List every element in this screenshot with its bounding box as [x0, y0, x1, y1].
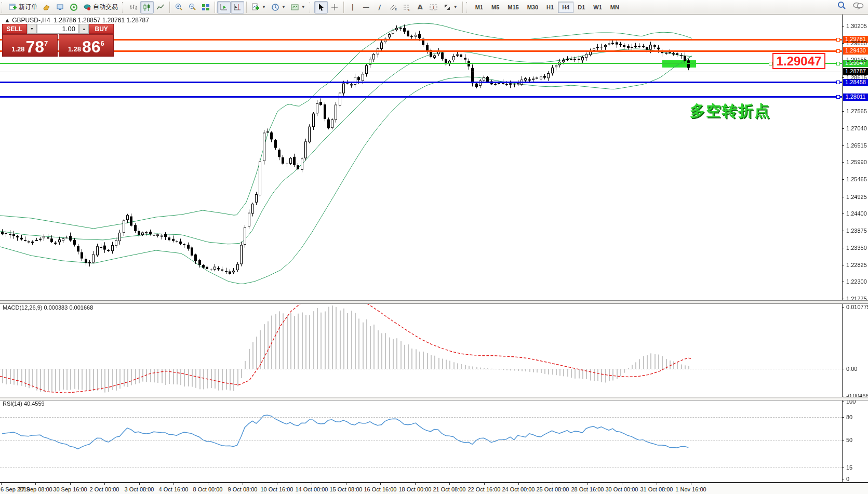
tf-H4[interactable]: H4 — [558, 2, 573, 13]
resistance-line-1.29430[interactable] — [0, 50, 842, 52]
templates-icon — [291, 3, 299, 11]
tf-W1[interactable]: W1 — [589, 2, 606, 13]
time-tick — [346, 483, 346, 485]
toolbar-grip[interactable] — [2, 2, 4, 12]
tf-H1[interactable]: H1 — [542, 2, 558, 13]
history-center-button[interactable] — [40, 1, 54, 14]
time-label: 28 Oct 16:00 — [568, 486, 607, 492]
tile-windows-button[interactable] — [199, 1, 212, 14]
high-value: 1.28857 — [78, 17, 100, 24]
vertical-line-button[interactable]: | — [346, 1, 359, 14]
auto-scroll-icon — [220, 3, 228, 11]
new-order-button[interactable]: 新订单 — [6, 1, 40, 14]
support-line-1.28011[interactable] — [0, 96, 842, 98]
zoom-out-button[interactable] — [185, 1, 199, 14]
price-chart-canvas[interactable] — [0, 15, 842, 300]
crosshair-button[interactable] — [328, 1, 341, 14]
volume-input[interactable]: 1.00 — [37, 24, 79, 34]
rsi-tick-label: 80 — [846, 414, 852, 420]
rsi-pane-divider[interactable] — [0, 397, 868, 400]
line-anchor-marker[interactable] — [836, 49, 840, 53]
cursor-button[interactable] — [314, 1, 328, 14]
tf-M1[interactable]: M1 — [471, 2, 487, 13]
zoom-in-button[interactable] — [172, 1, 185, 14]
macd-canvas[interactable] — [0, 303, 842, 398]
callout-anchor-marker[interactable] — [769, 62, 772, 65]
auto-trading-label: 自动交易 — [93, 3, 118, 11]
periods-button[interactable]: ▼ — [269, 1, 288, 14]
search-icon[interactable] — [837, 1, 846, 10]
auto-scroll-button[interactable] — [217, 1, 231, 14]
fibonacci-button[interactable]: F — [400, 1, 413, 14]
resistance-line-1.29781[interactable] — [0, 39, 842, 41]
sell-button[interactable]: SELL — [2, 24, 27, 34]
chart-window[interactable]: 1.297811.294301.290471.284581.280111.287… — [0, 15, 868, 494]
price-tick-label: 1.25990 — [846, 159, 867, 165]
price-tick-label: 1.26515 — [846, 142, 867, 149]
chat-icon[interactable] — [852, 2, 864, 10]
auto-trading-button[interactable]: 自动交易 — [81, 1, 121, 14]
price-tick-label: 1.27565 — [846, 108, 867, 114]
time-tick — [104, 483, 105, 485]
tf-D1[interactable]: D1 — [573, 2, 589, 13]
market-watch-button[interactable] — [54, 1, 67, 14]
time-label: 2 Oct 00:00 — [85, 486, 124, 492]
buy-price-pip: 6 — [101, 35, 104, 52]
equidistant-channel-button[interactable]: E — [386, 1, 400, 14]
chart-shift-button[interactable] — [231, 1, 244, 14]
price-tick-label: 1.28615 — [846, 74, 867, 81]
indicators-icon — [251, 3, 260, 11]
buy-price-prefix: 1.28 — [68, 44, 81, 55]
toolbar-grip[interactable] — [310, 2, 312, 12]
line-anchor-marker[interactable] — [836, 38, 840, 42]
bar-chart-button[interactable] — [127, 1, 140, 14]
toolbar-separator — [246, 2, 247, 13]
tf-M30[interactable]: M30 — [523, 2, 542, 13]
time-label: 21 Oct 08:00 — [430, 486, 469, 492]
support-line-1.28458[interactable] — [0, 82, 842, 83]
signals-button[interactable] — [67, 1, 81, 14]
arrows-button[interactable]: ▼ — [440, 1, 460, 14]
price-tick-label: 1.24925 — [846, 194, 867, 200]
time-tick — [657, 483, 657, 485]
indicators-button[interactable]: ▼ — [249, 1, 269, 14]
price-tick-label: 1.27040 — [846, 125, 867, 131]
price-level-badge: 1.29430 — [843, 47, 868, 55]
pivot-text-annotation[interactable]: 多空转折点 — [690, 101, 778, 122]
horizontal-line-button[interactable]: — — [359, 1, 373, 14]
auto-trading-icon — [83, 3, 91, 11]
open-value: 1.28786 — [54, 17, 76, 24]
time-tick — [35, 483, 36, 485]
time-axis[interactable]: 6 Sep 201927 Sep 08:0030 Sep 16:002 Oct … — [0, 482, 868, 494]
line-chart-button[interactable] — [154, 1, 167, 14]
tf-MN[interactable]: MN — [606, 2, 623, 13]
line-anchor-marker[interactable] — [836, 81, 840, 84]
macd-tick-label: 0.010775 — [846, 304, 868, 310]
time-label: 24 Oct 00:00 — [499, 486, 538, 492]
price-tick-label: 1.23350 — [846, 245, 867, 251]
toolbar-grip[interactable] — [466, 2, 469, 12]
volume-increase-button[interactable]: ▲ — [79, 24, 89, 34]
tf-M15[interactable]: M15 — [503, 2, 523, 13]
price-callout-box[interactable]: 1.29047 — [772, 53, 825, 69]
buy-price-display[interactable]: 1.28866 — [59, 34, 114, 57]
time-label: 4 Oct 16:00 — [154, 486, 193, 492]
pivot-line-1.29047[interactable] — [0, 63, 842, 64]
tf-M5[interactable]: M5 — [487, 2, 503, 13]
history-icon — [43, 3, 51, 11]
sell-price-display[interactable]: 1.28787 — [2, 34, 58, 57]
volume-decrease-button[interactable]: ▼ — [27, 24, 37, 34]
macd-pane-divider[interactable] — [0, 300, 868, 304]
trendline-button[interactable]: / — [373, 1, 386, 14]
line-anchor-marker[interactable] — [836, 95, 840, 99]
templates-button[interactable]: ▼ — [288, 1, 308, 14]
line-anchor-marker[interactable] — [836, 62, 840, 65]
text-button[interactable]: A — [413, 1, 427, 14]
price-tick-label: 1.22300 — [846, 278, 867, 285]
buy-button[interactable]: BUY — [89, 24, 114, 34]
time-tick — [277, 483, 277, 485]
candlestick-chart-button[interactable] — [140, 1, 154, 14]
time-label: 10 Oct 16:00 — [257, 486, 297, 492]
text-label-button[interactable]: T — [427, 1, 440, 14]
toolbar-grip[interactable] — [122, 2, 125, 12]
